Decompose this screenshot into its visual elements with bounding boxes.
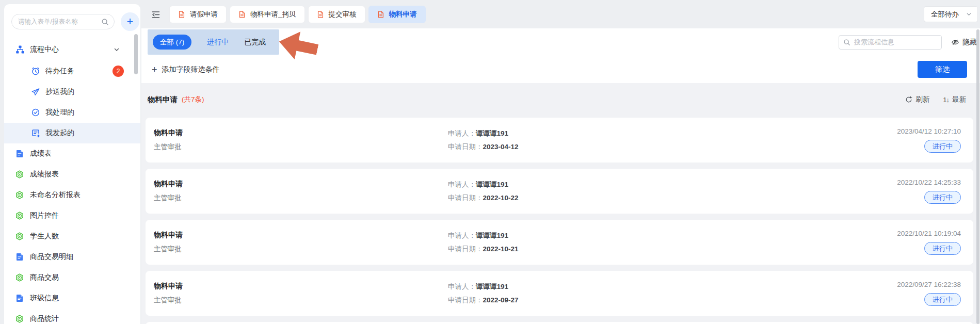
process-search-input-wrap[interactable]	[839, 35, 942, 50]
process-list-area: 物料申请 (共7条) 刷新 1↓ 最新 物料申请 主管审批	[141, 83, 980, 324]
list-title: 物料申请	[148, 95, 178, 105]
sidebar-item-todo-tasks[interactable]: 待办任务 2	[4, 61, 140, 82]
sidebar-group-flow-center[interactable]: 流程中心	[4, 38, 140, 61]
hide-label: 隐藏	[962, 38, 977, 47]
sidebar-item-label: 图片控件	[30, 211, 59, 220]
status-badge[interactable]: 进行中	[924, 293, 961, 306]
report-icon	[15, 273, 24, 282]
apply-date-value: 2022-09-27	[483, 296, 519, 304]
status-badge[interactable]: 进行中	[924, 191, 961, 204]
sidebar-item-report-scores[interactable]: 成绩报表	[4, 164, 140, 185]
sort-label: 最新	[952, 95, 966, 104]
status-badge[interactable]: 进行中	[924, 242, 961, 255]
sidebar-item-label: 成绩表	[30, 149, 52, 158]
card-timestamp: 2022/10/22 14:25:33	[897, 179, 961, 186]
sidebar-item-report-trade[interactable]: 商品交易	[4, 267, 140, 288]
tab-label: 提交审核	[329, 10, 357, 19]
segment-in-progress[interactable]: 进行中	[207, 38, 229, 47]
scope-dropdown[interactable]: 全部待办	[924, 6, 978, 22]
sidebar-item-initiated-by-me[interactable]: 我发起的	[4, 123, 140, 143]
list-header: 物料申请 (共7条) 刷新 1↓ 最新	[141, 83, 980, 116]
refresh-icon	[905, 96, 912, 103]
sidebar-item-handled-by-me[interactable]: 我处理的	[4, 102, 140, 123]
doc-icon	[178, 11, 185, 18]
clock-icon	[31, 67, 40, 76]
card-timestamp: 2022/10/21 10:19:04	[897, 230, 961, 237]
card-timestamp: 2022/09/27 16:22:38	[897, 281, 961, 288]
process-card-partial	[146, 322, 973, 324]
sort-newest-button[interactable]: 1↓ 最新	[943, 95, 966, 104]
sidebar-item-report-unnamed-analysis[interactable]: 未命名分析报表	[4, 185, 140, 205]
sidebar-group-label: 流程中心	[30, 45, 59, 54]
flow-center-icon	[15, 45, 25, 54]
process-card[interactable]: 物料申请 主管审批 申请人：谭谭谭191 申请日期：2022-10-22 202…	[146, 169, 973, 214]
form-icon	[15, 253, 24, 261]
card-timestamp: 2023/04/12 10:27:10	[897, 127, 961, 135]
report-icon	[15, 315, 24, 323]
sidebar-item-cc-to-me[interactable]: 抄送我的	[4, 82, 140, 102]
sidebar-item-label: 商品交易明细	[30, 252, 73, 262]
form-icon	[15, 150, 24, 158]
sidebar-item-label: 未命名分析报表	[30, 190, 81, 200]
plus-icon: +	[152, 65, 157, 74]
card-title: 物料申请	[154, 128, 448, 138]
sidebar-item-form-class-info[interactable]: 班级信息	[4, 288, 140, 309]
tab-leave-request[interactable]: 请假申请	[169, 6, 227, 23]
sidebar-scrollbar[interactable]	[134, 34, 138, 74]
collapse-panel-icon[interactable]	[151, 9, 161, 20]
applicant-value: 谭谭谭191	[476, 283, 508, 290]
segment-all[interactable]: 全部 (7)	[153, 35, 191, 50]
process-card[interactable]: 物料申请 主管审批 申请人：谭谭谭191 申请日期：2023-04-12 202…	[146, 118, 973, 163]
sidebar-item-label: 我处理的	[45, 108, 74, 117]
filter-button[interactable]: 筛选	[918, 61, 967, 78]
report-icon	[15, 212, 24, 220]
open-tabs: 请假申请 物料申请_拷贝 提交审核 物料申请	[169, 6, 426, 23]
add-filter-condition-button[interactable]: + 添加字段筛选条件	[152, 65, 220, 74]
search-icon	[101, 18, 109, 26]
chevron-down-icon[interactable]	[114, 46, 120, 53]
applicant-label: 申请人：	[448, 181, 476, 188]
sidebar-item-label: 成绩报表	[30, 170, 59, 179]
apply-date-label: 申请日期：	[448, 245, 483, 253]
hide-toggle[interactable]: 隐藏	[951, 38, 977, 47]
card-current-step: 主管审批	[154, 193, 448, 203]
sidebar-item-label: 商品统计	[30, 314, 59, 323]
tab-submit-review[interactable]: 提交审核	[308, 6, 365, 23]
apply-date-label: 申请日期：	[448, 143, 483, 151]
scope-dropdown-value: 全部待办	[931, 10, 959, 19]
status-segment-group: 全部 (7) 进行中 已完成	[148, 29, 279, 55]
refresh-label: 刷新	[915, 95, 929, 104]
tab-material-request[interactable]: 物料申请	[368, 6, 426, 23]
card-current-step: 主管审批	[154, 296, 448, 305]
check-circle-icon	[31, 108, 40, 117]
sidebar-item-report-image-widget[interactable]: 图片控件	[4, 205, 140, 226]
process-card[interactable]: 物料申请 主管审批 申请人：谭谭谭191 申请日期：2022-09-27 202…	[146, 271, 973, 316]
segment-completed[interactable]: 已完成	[244, 38, 266, 47]
sidebar-item-form-trade-detail[interactable]: 商品交易明细	[4, 247, 140, 267]
apply-date-label: 申请日期：	[448, 194, 483, 202]
sidebar-item-report-student-count[interactable]: 学生人数	[4, 226, 140, 247]
process-card[interactable]: 物料申请 主管审批 申请人：谭谭谭191 申请日期：2022-10-21 202…	[146, 220, 973, 265]
applicant-label: 申请人：	[448, 129, 476, 137]
sidebar-search-row: +	[4, 4, 140, 36]
process-search-input[interactable]	[854, 38, 937, 46]
sidebar-item-form-scores[interactable]: 成绩表	[4, 143, 140, 164]
refresh-button[interactable]: 刷新	[905, 95, 929, 104]
sidebar-item-report-product-stats[interactable]: 商品统计	[4, 309, 140, 324]
app-window: + 流程中心 待办任务 2	[0, 0, 980, 324]
form-icon	[15, 294, 24, 302]
status-badge[interactable]: 进行中	[924, 140, 961, 153]
apply-date-value: 2022-10-21	[483, 245, 519, 253]
tab-material-request-copy[interactable]: 物料申请_拷贝	[230, 6, 305, 23]
add-condition-label: 添加字段筛选条件	[162, 65, 220, 74]
doc-icon	[377, 11, 384, 18]
todo-count-badge: 2	[113, 66, 124, 77]
tab-label: 请假申请	[190, 10, 218, 19]
form-search-input[interactable]	[18, 18, 101, 25]
add-form-button[interactable]: +	[121, 12, 139, 31]
card-current-step: 主管审批	[154, 142, 448, 152]
sidebar: + 流程中心 待办任务 2	[4, 4, 140, 324]
applicant-label: 申请人：	[448, 232, 476, 239]
main-scrollbar[interactable]	[976, 29, 979, 324]
form-search-input-wrap[interactable]	[11, 14, 115, 29]
